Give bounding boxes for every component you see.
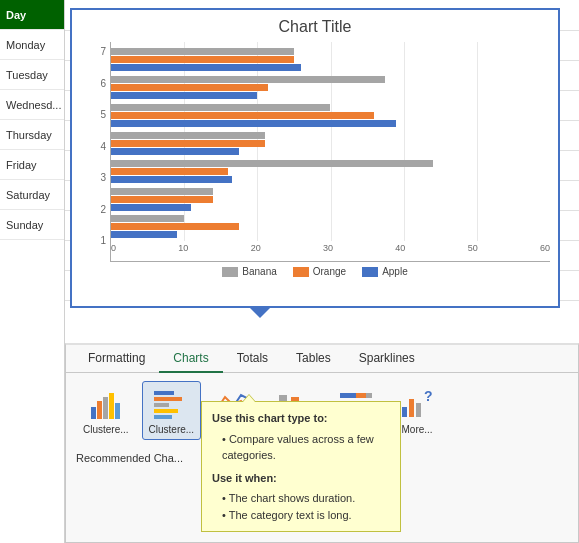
legend-banana: Banana — [222, 266, 276, 277]
legend-banana-color — [222, 267, 238, 277]
legend-apple-label: Apple — [382, 266, 408, 277]
tooltip-arrow-inner — [243, 395, 255, 402]
bar-group-3 — [111, 157, 550, 185]
svg-rect-23 — [409, 399, 414, 417]
day-wednesday: Wednesd... — [0, 90, 64, 120]
bar-group-2 — [111, 185, 550, 213]
legend-orange: Orange — [293, 266, 346, 277]
toolbar-panel: Formatting Charts Totals Tables Sparklin… — [65, 343, 579, 543]
more-charts-label: More... — [402, 424, 433, 435]
legend-apple: Apple — [362, 266, 408, 277]
tooltip-bullet-duration: • The chart shows duration. — [212, 490, 390, 507]
bar-group-6 — [111, 74, 550, 102]
y-axis: 7 6 5 4 3 2 1 — [80, 42, 110, 262]
svg-rect-4 — [115, 403, 120, 419]
svg-rect-1 — [97, 401, 102, 419]
clustered-column-button[interactable]: Clustere... — [76, 381, 136, 440]
chart-bars-area — [111, 46, 550, 241]
x-axis: 0 10 20 30 40 50 60 — [111, 241, 550, 261]
tooltip-bullet-compare: • Compare values across a few categories… — [212, 431, 390, 464]
svg-rect-5 — [154, 391, 174, 395]
tab-tables[interactable]: Tables — [282, 345, 345, 373]
svg-rect-22 — [402, 407, 407, 417]
bar-group-5 — [111, 102, 550, 130]
chart-plot: 0 10 20 30 40 50 60 — [110, 42, 550, 262]
svg-rect-17 — [366, 393, 372, 398]
svg-rect-2 — [103, 397, 108, 419]
tooltip-use-when-title: Use it when: — [212, 470, 390, 487]
chart-container: Chart Title 7 6 5 4 3 2 1 — [70, 8, 560, 308]
more-charts-icon: ? — [399, 386, 435, 422]
day-thursday: Thursday — [0, 120, 64, 150]
clustered-column-label: Clustere... — [83, 424, 129, 435]
legend-orange-color — [293, 267, 309, 277]
svg-rect-3 — [109, 393, 114, 419]
legend-apple-color — [362, 267, 378, 277]
tooltip-use-to-title: Use this chart type to: — [212, 410, 390, 427]
tooltip-arrow — [242, 394, 256, 402]
svg-rect-9 — [154, 415, 172, 419]
day-column: Day Monday Tuesday Wednesd... Thursday F… — [0, 0, 65, 543]
clustered-bar-icon — [153, 386, 189, 422]
chart-area: 7 6 5 4 3 2 1 — [80, 42, 550, 262]
chart-title: Chart Title — [80, 18, 550, 36]
day-tuesday: Tuesday — [0, 60, 64, 90]
svg-rect-24 — [416, 403, 421, 417]
svg-rect-16 — [356, 393, 366, 398]
legend-banana-label: Banana — [242, 266, 276, 277]
bar-group-4 — [111, 130, 550, 158]
day-header: Day — [0, 0, 64, 30]
svg-rect-15 — [340, 393, 356, 398]
svg-rect-6 — [154, 397, 182, 401]
tab-totals[interactable]: Totals — [223, 345, 282, 373]
clustered-bar-label: Clustere... — [149, 424, 195, 435]
tooltip-bullet-category: • The category text is long. — [212, 507, 390, 524]
day-friday: Friday — [0, 150, 64, 180]
svg-rect-0 — [91, 407, 96, 419]
tab-sparklines[interactable]: Sparklines — [345, 345, 429, 373]
day-saturday: Saturday — [0, 180, 64, 210]
day-sunday: Sunday — [0, 210, 64, 240]
tab-formatting[interactable]: Formatting — [74, 345, 159, 373]
clustered-column-icon — [88, 386, 124, 422]
tooltip-box: Use this chart type to: • Compare values… — [201, 401, 401, 532]
day-monday: Monday — [0, 30, 64, 60]
svg-text:?: ? — [424, 389, 433, 404]
svg-rect-8 — [154, 409, 178, 413]
clustered-bar-button[interactable]: Clustere... — [142, 381, 202, 440]
chart-legend: Banana Orange Apple — [80, 266, 550, 277]
tab-charts[interactable]: Charts — [159, 345, 222, 373]
bar-group-1 — [111, 213, 550, 241]
legend-orange-label: Orange — [313, 266, 346, 277]
toolbar-tabs: Formatting Charts Totals Tables Sparklin… — [66, 345, 578, 373]
svg-rect-7 — [154, 403, 169, 407]
connector-arrow — [250, 308, 270, 318]
bar-group-7 — [111, 46, 550, 74]
